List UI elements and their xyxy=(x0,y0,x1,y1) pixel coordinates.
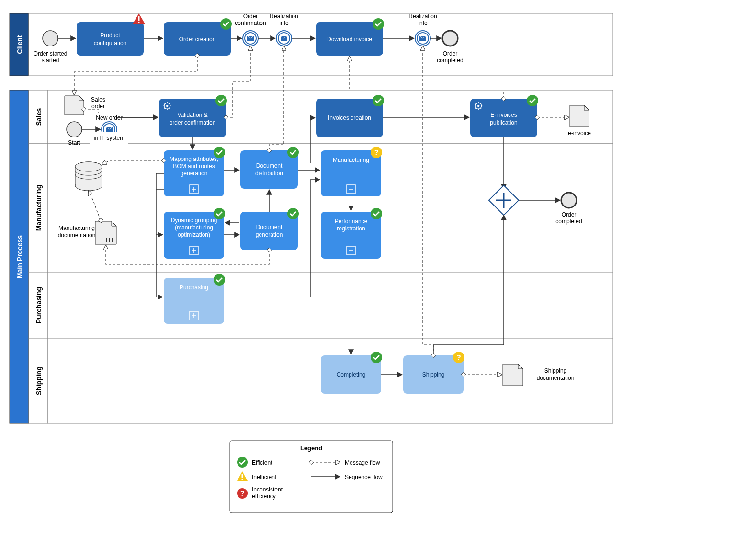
svg-text:Mapping attributes,: Mapping attributes, xyxy=(170,156,218,162)
task-order-creation[interactable]: Order creation xyxy=(164,18,232,56)
svg-text:Product: Product xyxy=(100,32,120,39)
svg-text:?: ? xyxy=(374,148,378,156)
svg-text:Shipping: Shipping xyxy=(422,371,445,378)
svg-text:info: info xyxy=(418,20,428,26)
svg-text:started: started xyxy=(42,57,59,64)
svg-point-153 xyxy=(371,352,382,363)
svg-text:New order: New order xyxy=(96,114,122,121)
svg-text:Inconsistent: Inconsistent xyxy=(252,486,283,493)
svg-text:efficiency: efficiency xyxy=(252,493,276,500)
svg-text:e-invoice: e-invoice xyxy=(568,130,591,137)
svg-text:Order: Order xyxy=(243,13,258,20)
svg-text:optimization): optimization) xyxy=(178,231,210,238)
data-store-manufacturing[interactable] xyxy=(75,162,102,191)
svg-point-72 xyxy=(215,95,227,106)
svg-text:Download invoice: Download invoice xyxy=(327,36,372,43)
badge-inconsistent-icon: ? xyxy=(453,352,464,363)
svg-point-78 xyxy=(477,105,480,107)
svg-text:in IT system: in IT system xyxy=(94,135,124,141)
svg-text:Order creation: Order creation xyxy=(179,36,216,43)
badge-efficient-icon xyxy=(287,147,299,158)
badge-efficient-icon xyxy=(214,208,225,219)
svg-text:Completing: Completing xyxy=(337,371,366,378)
svg-point-124 xyxy=(287,208,299,219)
svg-text:Sales: Sales xyxy=(91,96,105,103)
lane-purchasing-title: Purchasing xyxy=(35,287,43,323)
svg-text:BOM and routes: BOM and routes xyxy=(173,163,215,170)
svg-text:Manufacturing: Manufacturing xyxy=(58,225,95,231)
data-object-einvoice[interactable]: e-invoice xyxy=(568,105,591,137)
task-dynamic-grouping[interactable]: Dynamic grouping (manufacturing optimiza… xyxy=(164,208,225,259)
svg-rect-40 xyxy=(48,272,613,338)
event-start-main[interactable]: Start xyxy=(67,122,82,146)
svg-point-120 xyxy=(287,147,299,158)
svg-point-75 xyxy=(373,95,384,106)
svg-text:E-invoices: E-invoices xyxy=(490,112,517,118)
svg-text:order confirmation: order confirmation xyxy=(170,119,216,126)
task-einvoices-publication[interactable]: E-invoices publication xyxy=(470,95,538,137)
svg-text:order: order xyxy=(91,103,105,110)
badge-inconsistent-icon: ? xyxy=(371,147,382,158)
gear-icon xyxy=(163,102,171,110)
svg-text:documentation: documentation xyxy=(58,232,96,239)
svg-text:Shipping: Shipping xyxy=(544,367,567,374)
svg-text:Message flow: Message flow xyxy=(345,459,380,466)
svg-text:Order: Order xyxy=(562,211,577,218)
task-shipping[interactable]: Shipping ? xyxy=(403,352,464,394)
badge-efficient-icon xyxy=(220,18,232,30)
task-performance-registration[interactable]: Performance registration xyxy=(321,208,382,259)
svg-text:?: ? xyxy=(240,490,245,497)
svg-point-108 xyxy=(214,147,225,158)
svg-text:Purchasing: Purchasing xyxy=(180,284,208,291)
legend: Legend Efficient Inefficient ? Inconsist… xyxy=(230,441,393,513)
lane-manufacturing-title: Manufacturing xyxy=(35,185,43,231)
svg-text:generation: generation xyxy=(256,231,283,238)
svg-text:Manufacturing: Manufacturing xyxy=(333,157,369,163)
svg-point-116 xyxy=(214,208,225,219)
svg-text:distribution: distribution xyxy=(255,170,283,177)
task-mapping-attributes[interactable]: Mapping attributes, BOM and routes gener… xyxy=(164,147,225,196)
svg-point-162 xyxy=(237,457,248,468)
task-validation-order-confirmation[interactable]: Validation & order confirmation xyxy=(159,95,227,137)
badge-efficient-icon xyxy=(527,95,538,106)
badge-efficient-icon xyxy=(214,147,225,158)
lane-shipping-title: Shipping xyxy=(35,366,43,395)
svg-text:Invoices creation: Invoices creation xyxy=(328,114,371,121)
svg-point-89 xyxy=(527,95,538,106)
svg-text:Realization: Realization xyxy=(408,13,437,20)
lane-sales-title: Sales xyxy=(35,108,43,126)
svg-text:Sequence flow: Sequence flow xyxy=(345,474,383,480)
svg-point-150 xyxy=(214,274,225,286)
task-download-invoice[interactable]: Download invoice xyxy=(316,18,384,56)
svg-text:Performance: Performance xyxy=(335,218,368,225)
badge-efficient-icon xyxy=(373,18,384,30)
svg-text:confirmation: confirmation xyxy=(235,20,266,26)
task-completing[interactable]: Completing xyxy=(321,352,382,394)
svg-point-95 xyxy=(75,162,102,171)
pool-client-title: Client xyxy=(16,35,23,54)
svg-point-12 xyxy=(220,18,232,30)
svg-text:publication: publication xyxy=(490,119,517,126)
svg-rect-164 xyxy=(242,474,243,478)
task-document-generation[interactable]: Document generation xyxy=(240,208,299,250)
badge-efficient-icon xyxy=(287,208,299,219)
svg-text:Realization: Realization xyxy=(270,13,298,20)
svg-rect-9 xyxy=(138,22,140,23)
svg-text:?: ? xyxy=(456,353,461,361)
svg-text:registration: registration xyxy=(337,225,365,232)
bpmn-diagram: Client Order started started Product con… xyxy=(0,0,747,560)
task-manufacturing[interactable]: Manufacturing ? xyxy=(321,147,382,196)
svg-text:Start: Start xyxy=(68,139,80,146)
svg-point-138 xyxy=(371,208,382,219)
svg-point-2 xyxy=(43,31,58,46)
svg-point-45 xyxy=(67,122,82,137)
badge-efficient-icon xyxy=(371,208,382,219)
svg-text:Inefficient: Inefficient xyxy=(252,474,277,480)
task-invoices-creation[interactable]: Invoices creation xyxy=(316,95,384,137)
task-document-distribution[interactable]: Document distribution xyxy=(240,147,299,189)
svg-text:Dynamic grouping: Dynamic grouping xyxy=(171,217,217,224)
svg-text:Order: Order xyxy=(443,50,458,57)
task-purchasing[interactable]: Purchasing xyxy=(164,274,225,324)
badge-efficient-icon xyxy=(214,274,225,286)
svg-text:Legend: Legend xyxy=(300,445,322,452)
